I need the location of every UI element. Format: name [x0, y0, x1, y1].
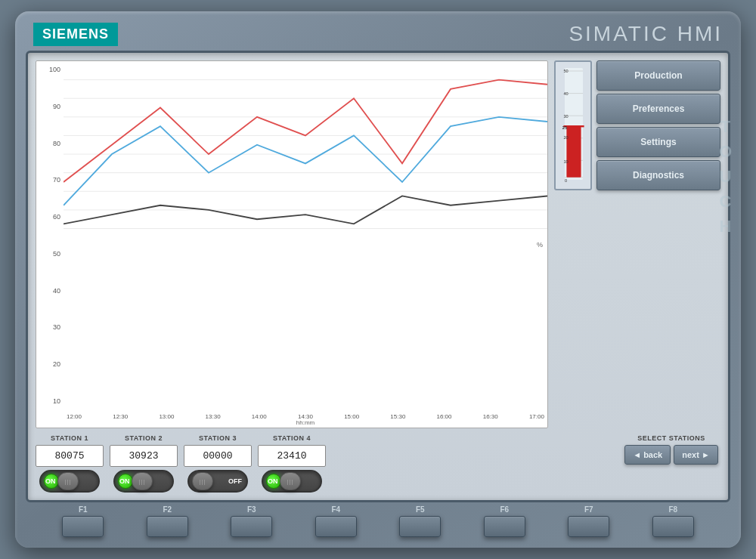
f3-key: F3	[231, 505, 272, 537]
station-3-value: 00000	[184, 445, 252, 467]
station-2-label: STATION 2	[125, 434, 163, 442]
stations-area: STATION 1 80075 ON STATION 2 30923 ON	[36, 434, 616, 493]
hmi-title: SIMATIC HMI	[569, 22, 723, 46]
station-4-toggle[interactable]: ON	[262, 470, 322, 493]
f7-button[interactable]	[568, 516, 609, 537]
f6-button[interactable]	[484, 516, 525, 537]
f4-key: F4	[315, 505, 357, 537]
device-frame: TOUCH SIEMENS SIMATIC HMI 100 90 80 70 6…	[15, 11, 741, 548]
f4-button[interactable]	[315, 516, 357, 537]
station-2-toggle[interactable]: ON	[113, 470, 174, 493]
f2-button[interactable]	[147, 516, 188, 537]
svg-text:20: 20	[563, 135, 568, 140]
f2-key: F2	[147, 505, 188, 537]
chart-area: 100 90 80 70 60 50 40 30 20 10	[36, 60, 548, 428]
screen: 100 90 80 70 60 50 40 30 20 10	[26, 51, 730, 502]
station-1: STATION 1 80075 ON	[36, 434, 104, 493]
f1-key: F1	[62, 505, 104, 537]
preferences-button[interactable]: Preferences	[596, 94, 720, 124]
back-button[interactable]: ◄ back	[624, 445, 671, 465]
f6-key: F6	[484, 505, 525, 537]
station-4-value: 23410	[258, 445, 326, 467]
station-3-label: STATION 3	[199, 434, 237, 442]
station-4-knob	[280, 472, 301, 490]
station-2-value: 30923	[110, 445, 178, 467]
station-1-knob	[57, 472, 79, 490]
f7-key: F7	[568, 505, 609, 537]
svg-text:0: 0	[565, 178, 567, 183]
station-4-on-label: ON	[268, 477, 278, 485]
f5-key: F5	[399, 505, 441, 537]
svg-text:40: 40	[563, 91, 568, 96]
gauge: 50 40 30 25 20 10 0	[554, 60, 592, 190]
chart-percent-label: %	[537, 241, 543, 249]
station-4-label: STATION 4	[273, 434, 311, 442]
station-1-value: 80075	[36, 445, 104, 467]
station-4: STATION 4 23410 ON	[258, 434, 326, 493]
station-1-toggle[interactable]: ON	[39, 470, 100, 493]
svg-text:30: 30	[563, 114, 568, 119]
settings-button[interactable]: Settings	[596, 127, 720, 157]
gauge-buttons-row: 50 40 30 25 20 10 0 Production Preferenc…	[554, 60, 720, 190]
nav-buttons: Production Preferences Settings Diagnost…	[596, 60, 720, 190]
x-axis-unit: hh:mm	[64, 419, 547, 428]
station-1-label: STATION 1	[51, 434, 88, 442]
station-3-knob	[192, 472, 213, 490]
screen-top: 100 90 80 70 60 50 40 30 20 10	[36, 60, 720, 428]
gauge-svg: 50 40 30 25 20 10 0	[559, 65, 589, 186]
screen-bottom: STATION 1 80075 ON STATION 2 30923 ON	[36, 434, 720, 493]
f8-button[interactable]	[652, 516, 694, 537]
station-1-on-label: ON	[45, 477, 56, 485]
station-2: STATION 2 30923 ON	[110, 434, 178, 493]
function-keys-row: F1 F2 F3 F4 F5 F6 F7 F8	[26, 502, 730, 540]
chart-y-axis: 100 90 80 70 60 50 40 30 20 10	[36, 61, 64, 405]
select-stations-label: SELECT STATIONS	[637, 434, 705, 442]
f1-button[interactable]	[62, 516, 104, 537]
f3-button[interactable]	[231, 516, 272, 537]
station-3: STATION 3 00000 OFF	[184, 434, 252, 493]
select-stations-area: SELECT STATIONS ◄ back next ►	[622, 434, 720, 465]
touch-label: TOUCH	[715, 117, 735, 242]
right-panel: 50 40 30 25 20 10 0 Production Preferenc…	[554, 60, 720, 428]
svg-rect-16	[566, 127, 581, 178]
svg-text:50: 50	[563, 69, 568, 73]
f5-button[interactable]	[399, 516, 441, 537]
top-bar: SIEMENS SIMATIC HMI	[26, 22, 730, 46]
nav-arrows: ◄ back next ►	[624, 445, 718, 465]
svg-text:10: 10	[563, 159, 568, 164]
siemens-logo: SIEMENS	[33, 23, 118, 46]
station-2-knob	[132, 472, 153, 490]
diagnostics-button[interactable]: Diagnostics	[596, 160, 720, 190]
production-button[interactable]: Production	[596, 60, 720, 91]
next-button[interactable]: next ►	[674, 445, 718, 465]
svg-text:25: 25	[562, 125, 567, 130]
station-2-on-label: ON	[119, 477, 130, 485]
chart-svg	[64, 61, 547, 247]
station-3-off-label: OFF	[228, 477, 242, 485]
station-3-toggle[interactable]: OFF	[187, 470, 248, 493]
f8-key: F8	[652, 505, 694, 537]
